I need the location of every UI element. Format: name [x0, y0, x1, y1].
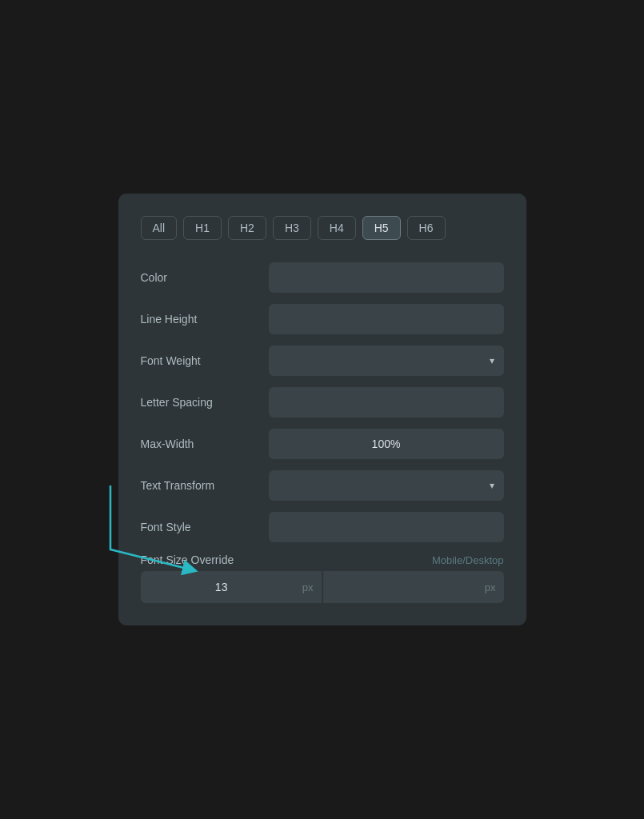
font-size-override-label: Font Size Override [141, 553, 269, 566]
tab-h6[interactable]: H6 [407, 216, 446, 240]
text-transform-select-wrapper: ▾ [269, 470, 504, 501]
mobile-desktop-label: Mobile/Desktop [432, 554, 504, 566]
tab-all[interactable]: All [141, 216, 178, 240]
color-label: Color [141, 271, 269, 284]
color-row: Color [141, 262, 504, 293]
font-weight-select-wrapper: ▾ [269, 346, 504, 376]
tab-h3[interactable]: H3 [273, 216, 311, 240]
font-size-inputs-row: px px [141, 571, 504, 603]
desktop-font-size-container: px [323, 571, 504, 603]
font-weight-label: Font Weight [141, 354, 269, 367]
mobile-font-size-input[interactable] [141, 581, 302, 593]
text-transform-row: Text Transform ▾ [141, 470, 504, 501]
text-transform-label: Text Transform [141, 479, 269, 492]
tab-h1[interactable]: H1 [183, 216, 222, 240]
font-style-input[interactable] [269, 512, 504, 542]
letter-spacing-row: Letter Spacing [141, 387, 504, 417]
tab-h2[interactable]: H2 [228, 216, 266, 240]
line-height-row: Line Height [141, 304, 504, 334]
font-style-label: Font Style [141, 521, 269, 533]
max-width-input[interactable] [269, 429, 504, 459]
tab-h4[interactable]: H4 [318, 216, 356, 240]
text-transform-select[interactable] [269, 470, 504, 501]
max-width-label: Max-Width [141, 437, 269, 450]
letter-spacing-input[interactable] [269, 387, 504, 417]
font-size-override-header: Font Size Override Mobile/Desktop [141, 553, 504, 566]
mobile-font-size-container: px [141, 571, 322, 603]
line-height-input[interactable] [269, 304, 504, 334]
desktop-unit-label: px [485, 581, 504, 593]
desktop-font-size-input[interactable] [323, 581, 485, 593]
color-input[interactable] [269, 262, 504, 293]
font-style-row: Font Style [141, 512, 504, 542]
max-width-row: Max-Width [141, 429, 504, 459]
font-weight-row: Font Weight ▾ [141, 346, 504, 376]
tab-h5[interactable]: H5 [362, 216, 401, 240]
line-height-label: Line Height [141, 313, 269, 326]
letter-spacing-label: Letter Spacing [141, 396, 269, 409]
heading-tabs: All H1 H2 H3 H4 H5 H6 [141, 216, 504, 240]
settings-panel: All H1 H2 H3 H4 H5 H6 Color Line Height … [118, 194, 526, 625]
mobile-unit-label: px [302, 581, 322, 593]
font-weight-select[interactable] [269, 346, 504, 376]
